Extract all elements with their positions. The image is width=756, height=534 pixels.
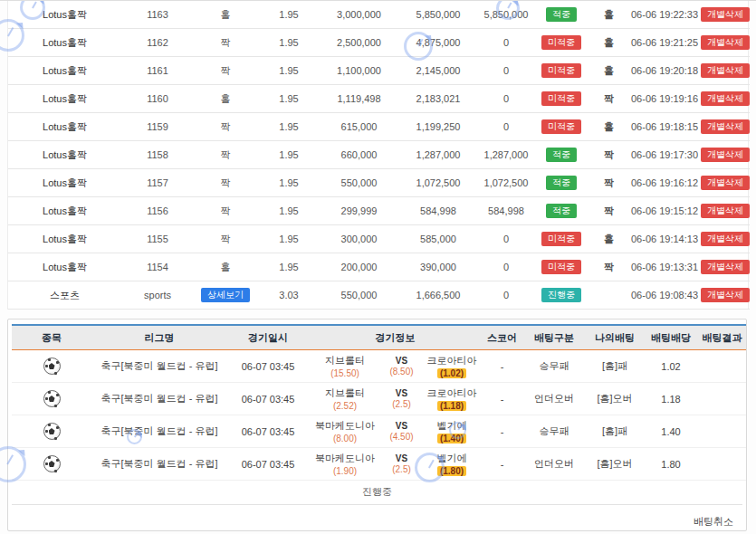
status-cell: 미적중 — [533, 113, 589, 141]
home-odds: (15.50) — [309, 368, 381, 378]
delete-row-button[interactable]: 개별삭제 — [701, 148, 750, 163]
away-team-name: 벨기에 — [422, 419, 482, 433]
sport-cell — [12, 383, 91, 415]
home-odds: (8.00) — [309, 434, 381, 443]
league-name: 축구[북중미 월드컵 - 유럽] — [91, 350, 227, 383]
home-team-name: 지브롤터 — [309, 386, 381, 400]
bet-result — [698, 350, 746, 383]
bet-time: 06-06 19:16:12 — [628, 169, 701, 197]
header-bet-odds: 배팅배당 — [644, 325, 698, 350]
bet-time: 06-06 19:08:43 — [628, 281, 701, 310]
expected-win-amount: 1,199,250 — [397, 113, 479, 141]
pick-value: 짝 — [194, 225, 257, 253]
delete-cell: 개별삭제 — [701, 141, 750, 169]
game-name: 스포츠 — [8, 281, 121, 310]
bet-result — [698, 448, 746, 481]
bet-time: 06-06 19:20:18 — [628, 57, 701, 85]
home-team-cell: 북마케도니아(8.00) — [309, 415, 381, 448]
bet-odds: 1.80 — [644, 448, 698, 481]
draw-odds: (2.5) — [381, 464, 422, 474]
game-name: Lotus홀짝 — [8, 85, 121, 113]
status-badge: 적중 — [546, 176, 577, 191]
soccer-ball-icon — [43, 455, 61, 472]
odds-value: 1.95 — [257, 1, 321, 29]
round-result: 짝 — [589, 85, 628, 113]
delete-cell: 개별삭제 — [701, 85, 750, 113]
delete-cell: 개별삭제 — [701, 197, 750, 225]
delete-row-button[interactable]: 개별삭제 — [701, 63, 750, 79]
header-match-info: 경기정보 — [309, 325, 482, 350]
bet-row: Lotus홀짝1161짝1.951,100,0002,145,0000미적중홀0… — [8, 57, 750, 85]
expected-win-amount: 585,000 — [397, 225, 479, 253]
bet-cancel-button[interactable]: 배팅취소 — [694, 516, 733, 527]
bet-row: Lotus홀짝1154홀1.95200,000390,0000미적중짝06-06… — [8, 253, 750, 281]
match-score: - — [482, 350, 522, 383]
bet-row: Lotus홀짝1163홀1.953,000,0005,850,0005,850,… — [8, 1, 750, 29]
status-cell: 적중 — [533, 169, 589, 197]
bet-time: 06-06 19:15:12 — [628, 197, 701, 225]
game-name: Lotus홀짝 — [8, 141, 121, 169]
match-row: 축구[북중미 월드컵 - 유럽]06-07 03:45북마케도니아(8.00)V… — [12, 415, 746, 448]
away-team-name: 크로아티아 — [422, 354, 482, 367]
expected-win-amount: 390,000 — [397, 253, 479, 281]
expected-win-amount: 584,998 — [397, 197, 479, 225]
match-row: 축구[북중미 월드컵 - 유럽]06-07 03:45지브롤터(2.52)VS(… — [12, 383, 746, 415]
delete-row-button[interactable]: 개별삭제 — [701, 35, 750, 51]
delete-row-button[interactable]: 개별삭제 — [701, 176, 750, 191]
status-cell: 미적중 — [533, 29, 589, 57]
delete-cell: 개별삭제 — [701, 169, 750, 197]
sports-detail-header-row: 종목 리그명 경기일시 경기정보 스코어 배팅구분 나의배팅 배팅배당 배팅결과 — [12, 325, 746, 350]
home-team-cell: 북마케도니아(1.90) — [309, 448, 381, 481]
delete-row-button[interactable]: 개별삭제 — [701, 7, 750, 23]
round-result: 짝 — [589, 169, 628, 197]
odds-value: 1.95 — [257, 57, 321, 85]
bet-amount: 660,000 — [321, 141, 397, 169]
round-number: 1161 — [121, 57, 194, 85]
away-team-name: 크로아티아 — [422, 386, 482, 400]
status-cell: 미적중 — [533, 225, 589, 253]
bet-row: Lotus홀짝1159짝1.95615,0001,199,2500미적중홀06-… — [8, 113, 750, 141]
round-result: 홀 — [589, 1, 628, 29]
pick-value: 짝 — [194, 169, 257, 197]
vs-label: VS — [381, 421, 422, 431]
odds-value: 3.03 — [257, 281, 321, 310]
bet-time: 06-06 19:19:16 — [628, 85, 701, 113]
delete-row-button[interactable]: 개별삭제 — [701, 119, 750, 135]
win-amount: 1,072,500 — [479, 169, 533, 197]
vs-label: VS — [381, 388, 422, 398]
delete-cell: 개별삭제 — [701, 281, 750, 310]
my-bet: [홈]오버 — [586, 448, 644, 481]
delete-row-button[interactable]: 개별삭제 — [701, 288, 750, 303]
bet-amount: 299,999 — [321, 197, 397, 225]
win-amount: 1,287,000 — [479, 141, 533, 169]
detail-view-button[interactable]: 상세보기 — [201, 288, 250, 303]
delete-row-button[interactable]: 개별삭제 — [701, 232, 750, 247]
round-number: 1154 — [121, 253, 194, 281]
bet-amount: 550,000 — [321, 169, 397, 197]
win-amount: 0 — [479, 57, 533, 85]
status-badge: 미적중 — [541, 63, 581, 79]
ongoing-status-label: 진행중 — [362, 486, 392, 497]
bet-time: 06-06 19:17:30 — [628, 141, 701, 169]
round-result: 짝 — [589, 141, 628, 169]
sport-cell — [12, 415, 91, 448]
away-odds-wrap: (1.18) — [422, 400, 482, 411]
status-badge: 미적중 — [541, 232, 581, 247]
round-result: 홀 — [589, 57, 628, 85]
bet-amount: 1,119,498 — [321, 85, 397, 113]
round-number: 1157 — [121, 169, 194, 197]
win-amount: 5,850,000 — [479, 1, 533, 29]
overall-status-text: 진행중 — [12, 481, 742, 505]
odds-value: 1.95 — [257, 253, 321, 281]
game-name: Lotus홀짝 — [8, 169, 121, 197]
bet-time: 06-06 19:22:33 — [628, 1, 701, 29]
delete-row-button[interactable]: 개별삭제 — [701, 260, 750, 275]
expected-win-amount: 2,183,021 — [397, 85, 479, 113]
round-result: 짝 — [589, 253, 628, 281]
delete-row-button[interactable]: 개별삭제 — [701, 91, 750, 107]
soccer-ball-icon — [43, 390, 61, 407]
game-name: Lotus홀짝 — [8, 225, 121, 253]
bet-row: Lotus홀짝1162짝1.952,500,0004,875,0000미적중홀0… — [8, 29, 750, 57]
delete-row-button[interactable]: 개별삭제 — [701, 204, 750, 219]
pick-cell: 상세보기 — [194, 281, 257, 310]
